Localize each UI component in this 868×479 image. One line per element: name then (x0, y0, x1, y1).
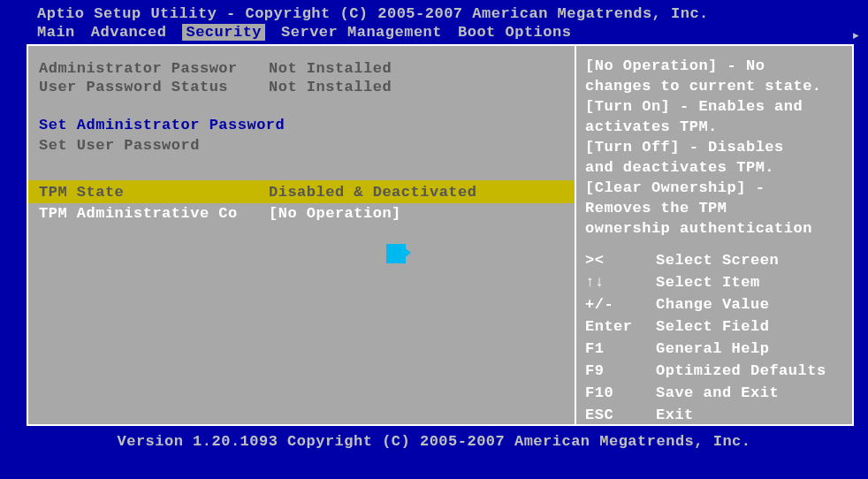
key-desc: Select Field (656, 317, 769, 338)
tpm-admin-value: [No Operation] (269, 205, 401, 222)
key-key: +/- (585, 295, 656, 316)
tpm-admin-label: TPM Administrative Co (39, 205, 269, 222)
admin-password-status-row: Administrator Passwor Not Installed (39, 60, 575, 77)
admin-password-label: Administrator Passwor (39, 60, 269, 77)
key-hint-select-item: ↑↓Select Item (585, 273, 845, 293)
tpm-state-value: Disabled & Deactivated (269, 184, 476, 201)
key-key: F9 (585, 361, 656, 382)
key-hint-help: F1General Help (585, 339, 845, 360)
set-user-password-label: Set User Password (39, 137, 200, 154)
key-desc: Select Item (656, 273, 760, 293)
tpm-admin-row[interactable]: TPM Administrative Co [No Operation] (39, 205, 575, 222)
key-desc: Exit (656, 406, 694, 426)
title-bar: Aptio Setup Utility - Copyright (C) 2005… (0, 0, 868, 22)
tab-main[interactable]: Main (37, 24, 75, 41)
key-key: F10 (585, 384, 656, 404)
tab-boot-options[interactable]: Boot Options (458, 24, 571, 41)
key-hints: ><Select Screen ↑↓Select Item +/-Change … (585, 251, 845, 426)
title-text: Aptio Setup Utility - Copyright (C) 2005… (37, 5, 709, 22)
key-hint-select-screen: ><Select Screen (585, 251, 845, 271)
user-password-value: Not Installed (269, 79, 392, 95)
key-hint-save-exit: F10Save and Exit (585, 384, 845, 404)
tab-scroll-right-icon[interactable]: ▸ (851, 26, 861, 44)
key-desc: Select Screen (656, 251, 779, 271)
tab-security[interactable]: Security (182, 24, 265, 41)
key-hint-exit: ESCExit (585, 406, 845, 426)
help-text: [No Operation] - No changes to current s… (585, 57, 845, 239)
key-desc: General Help (656, 339, 769, 360)
main-area: Administrator Passwor Not Installed User… (27, 44, 854, 426)
set-admin-password-item[interactable]: Set Administrator Password (39, 117, 575, 133)
user-password-label: User Password Status (39, 79, 269, 95)
tpm-state-label: TPM State (39, 184, 269, 201)
set-admin-password-label: Set Administrator Password (39, 117, 285, 133)
tpm-state-row[interactable]: TPM State Disabled & Deactivated (28, 180, 575, 203)
key-key: ESC (585, 406, 656, 426)
footer-bar: Version 1.20.1093 Copyright (C) 2005-200… (0, 426, 868, 450)
key-key: ↑↓ (585, 273, 656, 293)
help-panel: [No Operation] - No changes to current s… (575, 44, 854, 426)
tab-advanced[interactable]: Advanced (91, 24, 167, 41)
settings-panel: Administrator Passwor Not Installed User… (27, 44, 575, 426)
key-desc: Save and Exit (656, 384, 779, 404)
tab-server-management[interactable]: Server Management (281, 24, 442, 41)
footer-text: Version 1.20.1093 Copyright (C) 2005-200… (117, 433, 750, 450)
key-hint-change-value: +/-Change Value (585, 295, 845, 316)
key-desc: Change Value (656, 295, 769, 316)
key-hint-defaults: F9Optimized Defaults (585, 361, 845, 382)
user-password-status-row: User Password Status Not Installed (39, 79, 575, 95)
key-key: Enter (585, 317, 656, 338)
key-desc: Optimized Defaults (656, 361, 826, 382)
key-key: >< (585, 251, 656, 271)
cursor-icon (386, 244, 406, 263)
key-hint-select-field: EnterSelect Field (585, 317, 845, 338)
tab-bar: Main Advanced Security Server Management… (0, 22, 868, 44)
admin-password-value: Not Installed (269, 60, 392, 77)
key-key: F1 (585, 339, 656, 360)
set-user-password-item[interactable]: Set User Password (39, 137, 575, 154)
